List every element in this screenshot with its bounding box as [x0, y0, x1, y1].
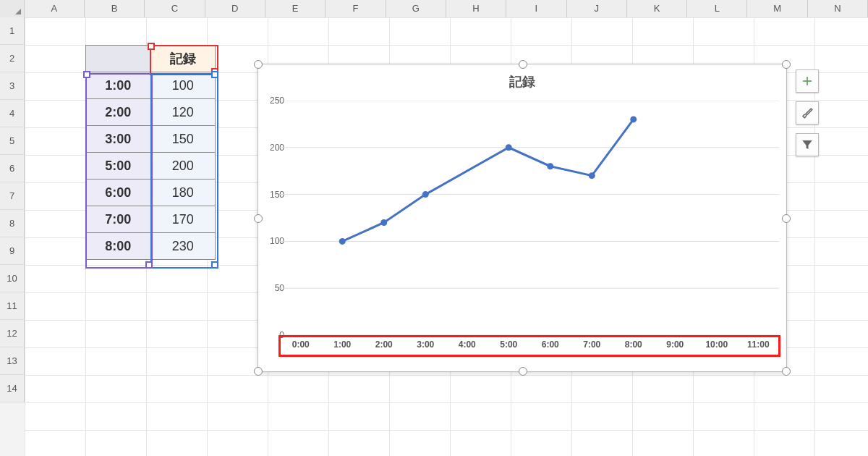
- x-tick-label: 0:00: [280, 339, 322, 354]
- col-header[interactable]: D: [205, 0, 265, 17]
- row-header[interactable]: 4: [0, 100, 25, 127]
- row-header[interactable]: 7: [0, 182, 25, 210]
- chart-resize-handle[interactable]: [519, 60, 527, 69]
- x-tick-label: 6:00: [529, 339, 571, 354]
- cell-C5[interactable]: 150: [150, 126, 216, 153]
- col-header[interactable]: J: [567, 0, 627, 17]
- cell-B6[interactable]: 5:00: [86, 153, 151, 180]
- svg-point-9: [506, 144, 512, 151]
- col-header[interactable]: I: [506, 0, 566, 17]
- cell-B3[interactable]: 1:00: [86, 72, 151, 99]
- row-header[interactable]: 9: [0, 237, 25, 265]
- col-header[interactable]: N: [808, 0, 868, 17]
- cell-B8[interactable]: 7:00: [86, 206, 151, 233]
- row-header[interactable]: 12: [0, 320, 25, 347]
- x-tick-label: 7:00: [571, 339, 613, 354]
- col-header[interactable]: H: [446, 0, 506, 17]
- cell-C9[interactable]: 230: [150, 233, 216, 260]
- col-header[interactable]: B: [85, 0, 145, 17]
- table-row: 5:00 200: [86, 153, 216, 180]
- x-tick-label: 10:00: [696, 339, 738, 354]
- table-row: 7:00 170: [86, 206, 216, 233]
- table-row: 8:00 230: [86, 233, 216, 260]
- row-header[interactable]: 5: [0, 127, 25, 155]
- chart-styles-button[interactable]: [796, 101, 819, 124]
- chart-filter-button[interactable]: [796, 133, 819, 156]
- svg-point-6: [339, 238, 346, 245]
- select-all-corner[interactable]: [0, 0, 25, 17]
- x-tick-label: 3:00: [405, 339, 447, 354]
- funnel-icon: [801, 138, 814, 151]
- chart-resize-handle[interactable]: [782, 367, 791, 376]
- source-data-table[interactable]: 記録 1:00 100 2:00 120 3:00 150 5:00 200 6…: [85, 45, 216, 260]
- cell-B7[interactable]: 6:00: [86, 180, 151, 206]
- cell-B4[interactable]: 2:00: [86, 99, 151, 126]
- cell-C2[interactable]: 記録: [150, 46, 216, 72]
- chart-canvas: [280, 101, 779, 335]
- row-header[interactable]: 13: [0, 347, 25, 375]
- svg-point-10: [547, 163, 553, 169]
- x-tick-label: 9:00: [655, 339, 697, 354]
- chart-resize-handle[interactable]: [519, 367, 527, 376]
- cell-B5[interactable]: 3:00: [86, 126, 151, 153]
- chart-resize-handle[interactable]: [782, 60, 791, 69]
- chart-resize-handle[interactable]: [254, 214, 263, 223]
- chart-side-tools: [796, 69, 819, 156]
- row-header[interactable]: 6: [0, 155, 25, 182]
- row-header[interactable]: 1: [0, 17, 25, 45]
- cell-B2[interactable]: [86, 46, 151, 72]
- col-header[interactable]: M: [747, 0, 807, 17]
- cell-C3[interactable]: 100: [150, 72, 216, 99]
- row-header[interactable]: 8: [0, 210, 25, 237]
- col-header[interactable]: L: [687, 0, 747, 17]
- chart-resize-handle[interactable]: [782, 214, 791, 223]
- spreadsheet: A B C D E F G H I J K L M N 1 2 3 4 5 6 …: [0, 0, 868, 456]
- cell-C6[interactable]: 200: [150, 153, 216, 180]
- brush-icon: [801, 106, 814, 119]
- svg-point-12: [630, 116, 637, 122]
- column-header-row: A B C D E F G H I J K L M N: [0, 0, 868, 18]
- svg-point-8: [422, 191, 429, 198]
- col-header[interactable]: C: [145, 0, 205, 17]
- cell-B9[interactable]: 8:00: [86, 233, 151, 260]
- table-row: 3:00 150: [86, 126, 216, 153]
- row-header[interactable]: 11: [0, 292, 25, 320]
- table-row: 6:00 180: [86, 180, 216, 206]
- x-tick-label: 1:00: [322, 339, 364, 354]
- chart-title[interactable]: 記録: [258, 73, 786, 90]
- chart-elements-button[interactable]: [796, 69, 819, 93]
- row-header[interactable]: 2: [0, 45, 25, 72]
- col-header[interactable]: F: [326, 0, 386, 17]
- x-axis[interactable]: 0:001:002:003:004:005:006:007:008:009:00…: [280, 339, 779, 354]
- plus-icon: [801, 75, 814, 88]
- svg-point-11: [589, 172, 595, 179]
- col-header[interactable]: E: [265, 0, 326, 17]
- col-header[interactable]: K: [627, 0, 687, 17]
- cell-C7[interactable]: 180: [150, 180, 216, 206]
- chart-resize-handle[interactable]: [254, 367, 263, 376]
- col-header[interactable]: G: [386, 0, 446, 17]
- table-row: 1:00 100: [86, 72, 216, 99]
- row-header[interactable]: 10: [0, 265, 25, 292]
- cell-C8[interactable]: 170: [150, 206, 216, 233]
- x-tick-label: 2:00: [363, 339, 405, 354]
- row-header-col: 1 2 3 4 5 6 7 8 9 10 11 12 13 14: [0, 17, 25, 456]
- col-header[interactable]: A: [25, 0, 85, 17]
- x-tick-label: 5:00: [488, 339, 530, 354]
- cell-C4[interactable]: 120: [150, 99, 216, 126]
- plot-area[interactable]: [280, 101, 779, 335]
- table-row: 2:00 120: [86, 99, 216, 126]
- row-header[interactable]: 14: [0, 375, 25, 402]
- chart-resize-handle[interactable]: [254, 60, 263, 69]
- x-tick-label: 4:00: [446, 339, 488, 354]
- x-tick-label: 11:00: [738, 339, 780, 354]
- embedded-chart[interactable]: 記録 050100150200250 0:001:002:003:004:005…: [258, 64, 787, 372]
- row-header[interactable]: 3: [0, 72, 25, 100]
- svg-point-7: [380, 219, 387, 226]
- x-tick-label: 8:00: [613, 339, 655, 354]
